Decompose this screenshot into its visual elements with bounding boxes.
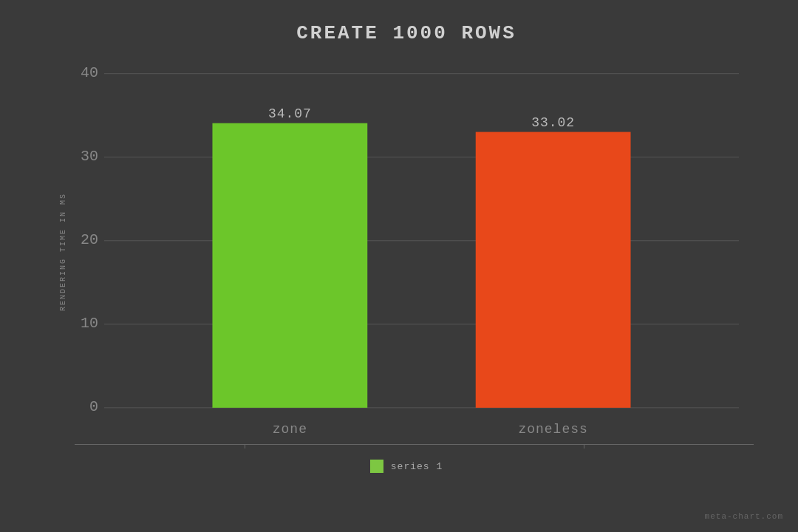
watermark: meta-chart.com — [705, 512, 783, 521]
svg-text:30: 30 — [81, 149, 98, 165]
y-axis-label: RENDERING TIME IN MS — [59, 59, 67, 445]
svg-text:34.07: 34.07 — [268, 106, 312, 121]
legend: series 1 — [370, 460, 443, 473]
svg-text:0: 0 — [89, 399, 98, 415]
svg-text:zone: zone — [273, 422, 307, 437]
svg-text:zoneless: zoneless — [518, 422, 587, 437]
svg-rect-10 — [212, 123, 367, 408]
svg-text:33.02: 33.02 — [531, 115, 575, 130]
svg-rect-13 — [476, 132, 631, 408]
grid-and-bars: 01020304034.07zone33.02zoneless — [75, 59, 754, 444]
x-tick-1 — [245, 444, 245, 449]
legend-color-box — [370, 460, 383, 473]
svg-text:20: 20 — [81, 232, 98, 248]
x-axis-line — [75, 444, 754, 445]
chart-area: RENDERING TIME IN MS 01020304034.07zone3… — [59, 59, 754, 445]
legend-label: series 1 — [391, 461, 443, 472]
svg-text:10: 10 — [81, 316, 98, 332]
chart-container: CREATE 1000 ROWS RENDERING TIME IN MS 01… — [0, 0, 798, 532]
chart-title: CREATE 1000 ROWS — [296, 22, 516, 44]
x-tick-2 — [584, 444, 584, 449]
plot-area: 01020304034.07zone33.02zoneless — [75, 59, 754, 445]
svg-text:40: 40 — [81, 65, 98, 81]
